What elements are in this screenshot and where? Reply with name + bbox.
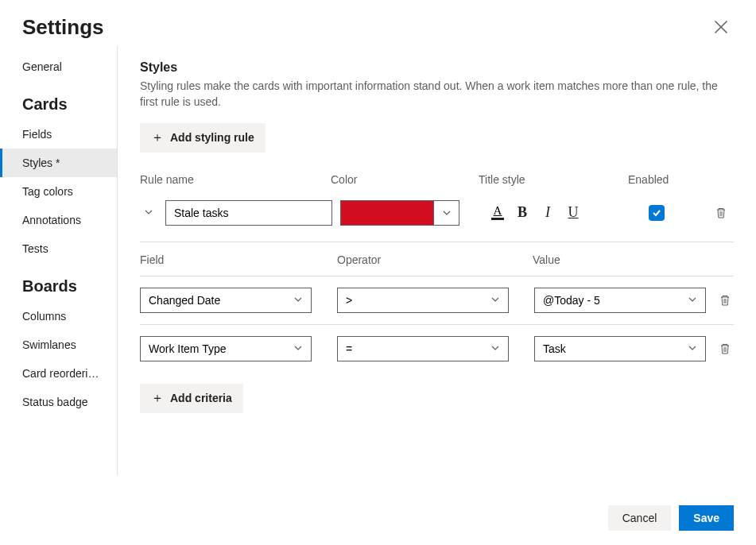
rule-name-input[interactable] xyxy=(165,200,332,226)
col-rule-name: Rule name xyxy=(140,173,331,186)
section-description: Styling rules make the cards with import… xyxy=(140,78,734,110)
criteria-value-select[interactable]: Task xyxy=(534,336,706,361)
close-icon xyxy=(713,19,729,35)
sidebar-item-status-badge[interactable]: Status badge xyxy=(0,388,117,416)
styles-panel: Styles Styling rules make the cards with… xyxy=(118,46,756,491)
col-color: Color xyxy=(331,173,479,186)
chevron-down-icon xyxy=(688,343,697,353)
chevron-down-icon xyxy=(442,208,452,218)
chevron-down-icon xyxy=(490,295,500,304)
dialog-title: Settings xyxy=(22,15,104,40)
bold-button[interactable]: B xyxy=(515,204,529,221)
criteria-value-value: @Today - 5 xyxy=(543,294,600,307)
check-icon xyxy=(652,208,661,218)
criteria-value-value: Task xyxy=(543,342,566,355)
font-color-button[interactable]: A xyxy=(491,205,504,220)
expand-rule-toggle[interactable] xyxy=(140,206,157,220)
section-title: Styles xyxy=(140,60,734,75)
chevron-down-icon xyxy=(490,343,500,353)
col-field: Field xyxy=(140,253,337,266)
add-criteria-button[interactable]: ＋ Add criteria xyxy=(140,384,243,413)
delete-rule-button[interactable] xyxy=(708,200,734,226)
save-button[interactable]: Save xyxy=(679,505,734,531)
criteria-row: Changed Date > @Today - 5 xyxy=(140,276,734,324)
color-dropdown-button[interactable] xyxy=(433,201,459,225)
criteria-field-select[interactable]: Work Item Type xyxy=(140,336,312,361)
sidebar-item-card-reordering[interactable]: Card reorderi… xyxy=(0,359,117,388)
sidebar-item-swimlanes[interactable]: Swimlanes xyxy=(0,330,117,359)
sidebar-item-annotations[interactable]: Annotations xyxy=(0,206,117,234)
sidebar-group-cards: Cards xyxy=(0,81,117,120)
enabled-checkbox[interactable] xyxy=(649,205,665,221)
sidebar-group-boards: Boards xyxy=(0,263,117,302)
criteria-field-value: Changed Date xyxy=(149,294,220,307)
criteria-value-select[interactable]: @Today - 5 xyxy=(534,288,706,313)
delete-criteria-button[interactable] xyxy=(712,336,738,361)
criteria-field-value: Work Item Type xyxy=(149,342,227,355)
sidebar-item-tag-colors[interactable]: Tag colors xyxy=(0,177,117,206)
trash-icon xyxy=(719,342,731,355)
delete-criteria-button[interactable] xyxy=(712,288,738,313)
col-operator: Operator xyxy=(337,253,533,266)
chevron-down-icon xyxy=(688,295,697,304)
sidebar-item-styles[interactable]: Styles * xyxy=(0,149,117,177)
criteria-operator-value: > xyxy=(346,294,352,307)
chevron-down-icon xyxy=(293,295,303,304)
font-color-icon: A xyxy=(494,205,502,217)
plus-icon: ＋ xyxy=(151,129,164,146)
settings-sidebar: General Cards Fields Styles * Tag colors… xyxy=(0,46,118,475)
sidebar-item-general[interactable]: General xyxy=(0,60,117,81)
criteria-row: Work Item Type = Task xyxy=(140,324,734,373)
font-color-bar xyxy=(491,218,504,220)
rule-color-picker[interactable] xyxy=(340,200,459,226)
close-button[interactable] xyxy=(708,14,734,40)
trash-icon xyxy=(719,294,731,307)
underline-button[interactable]: U xyxy=(566,204,580,221)
cancel-button[interactable]: Cancel xyxy=(608,505,672,531)
criteria-operator-select[interactable]: = xyxy=(337,336,509,361)
italic-button[interactable]: I xyxy=(541,204,555,221)
add-styling-rule-label: Add styling rule xyxy=(170,131,254,144)
color-swatch xyxy=(341,201,433,225)
style-rule-row: A B I U xyxy=(140,200,734,240)
chevron-down-icon xyxy=(144,207,153,217)
col-enabled: Enabled xyxy=(628,173,739,186)
col-title-style: Title style xyxy=(479,173,628,186)
trash-icon xyxy=(715,207,727,219)
plus-icon: ＋ xyxy=(151,390,164,407)
title-style-buttons: A B I U xyxy=(491,204,580,221)
add-criteria-label: Add criteria xyxy=(170,392,232,404)
sidebar-item-tests[interactable]: Tests xyxy=(0,234,117,263)
col-value: Value xyxy=(533,253,706,266)
sidebar-item-fields[interactable]: Fields xyxy=(0,120,117,149)
criteria-operator-select[interactable]: > xyxy=(337,288,509,313)
add-styling-rule-button[interactable]: ＋ Add styling rule xyxy=(140,123,266,153)
sidebar-item-columns[interactable]: Columns xyxy=(0,302,117,330)
criteria-field-select[interactable]: Changed Date xyxy=(140,288,312,313)
criteria-operator-value: = xyxy=(346,342,352,355)
chevron-down-icon xyxy=(293,343,303,353)
